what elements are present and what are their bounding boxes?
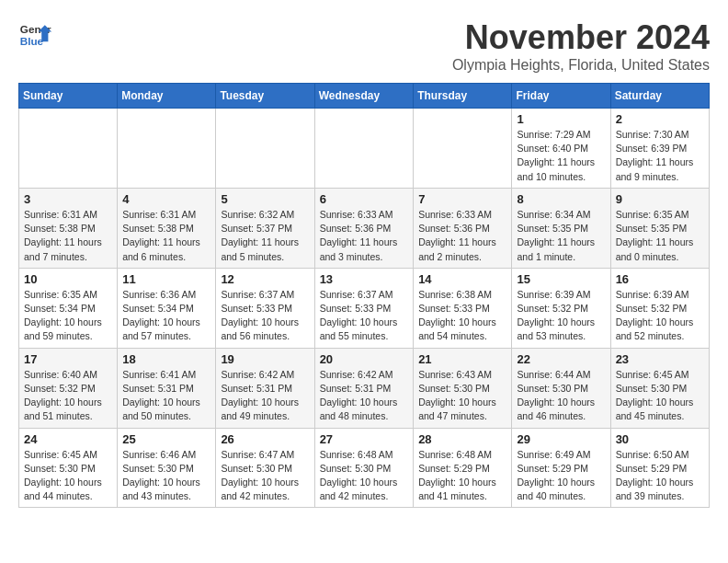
day-info: Sunrise: 6:31 AM Sunset: 5:38 PM Dayligh… bbox=[122, 208, 210, 264]
day-number: 5 bbox=[221, 192, 309, 206]
day-cell: 15Sunrise: 6:39 AM Sunset: 5:32 PM Dayli… bbox=[512, 268, 610, 348]
day-number: 30 bbox=[616, 432, 704, 446]
week-row-2: 3Sunrise: 6:31 AM Sunset: 5:38 PM Daylig… bbox=[19, 188, 710, 268]
day-cell: 11Sunrise: 6:36 AM Sunset: 5:34 PM Dayli… bbox=[118, 268, 216, 348]
day-info: Sunrise: 6:35 AM Sunset: 5:34 PM Dayligh… bbox=[24, 288, 112, 344]
day-number: 17 bbox=[24, 352, 112, 366]
logo: General Blue bbox=[18, 18, 51, 52]
day-info: Sunrise: 6:36 AM Sunset: 5:34 PM Dayligh… bbox=[122, 288, 210, 344]
day-number: 28 bbox=[418, 432, 506, 446]
month-title: November 2024 bbox=[452, 18, 710, 57]
day-cell: 5Sunrise: 6:32 AM Sunset: 5:37 PM Daylig… bbox=[216, 188, 314, 268]
day-cell: 20Sunrise: 6:42 AM Sunset: 5:31 PM Dayli… bbox=[314, 348, 414, 428]
day-cell: 7Sunrise: 6:33 AM Sunset: 5:36 PM Daylig… bbox=[414, 188, 512, 268]
day-cell bbox=[314, 109, 414, 189]
day-number: 14 bbox=[418, 272, 506, 286]
day-cell: 12Sunrise: 6:37 AM Sunset: 5:33 PM Dayli… bbox=[216, 268, 314, 348]
day-number: 26 bbox=[221, 432, 309, 446]
day-info: Sunrise: 6:39 AM Sunset: 5:32 PM Dayligh… bbox=[616, 288, 704, 344]
day-cell bbox=[414, 109, 512, 189]
day-cell: 24Sunrise: 6:45 AM Sunset: 5:30 PM Dayli… bbox=[19, 428, 118, 508]
weekday-header-sunday: Sunday bbox=[19, 84, 118, 109]
day-cell: 9Sunrise: 6:35 AM Sunset: 5:35 PM Daylig… bbox=[610, 188, 709, 268]
day-cell: 22Sunrise: 6:44 AM Sunset: 5:30 PM Dayli… bbox=[512, 348, 610, 428]
day-number: 27 bbox=[320, 432, 409, 446]
day-info: Sunrise: 6:41 AM Sunset: 5:31 PM Dayligh… bbox=[122, 368, 210, 424]
weekday-header-row: SundayMondayTuesdayWednesdayThursdayFrid… bbox=[19, 84, 710, 109]
day-info: Sunrise: 6:48 AM Sunset: 5:29 PM Dayligh… bbox=[418, 448, 506, 504]
weekday-header-thursday: Thursday bbox=[414, 84, 512, 109]
day-cell: 26Sunrise: 6:47 AM Sunset: 5:30 PM Dayli… bbox=[216, 428, 314, 508]
day-info: Sunrise: 6:46 AM Sunset: 5:30 PM Dayligh… bbox=[122, 448, 210, 504]
day-cell: 23Sunrise: 6:45 AM Sunset: 5:30 PM Dayli… bbox=[610, 348, 709, 428]
svg-text:Blue: Blue bbox=[20, 35, 44, 47]
day-number: 29 bbox=[517, 432, 605, 446]
day-info: Sunrise: 6:45 AM Sunset: 5:30 PM Dayligh… bbox=[616, 368, 704, 424]
day-info: Sunrise: 6:42 AM Sunset: 5:31 PM Dayligh… bbox=[320, 368, 409, 424]
day-info: Sunrise: 7:30 AM Sunset: 6:39 PM Dayligh… bbox=[616, 128, 704, 184]
day-number: 11 bbox=[122, 272, 210, 286]
day-info: Sunrise: 6:32 AM Sunset: 5:37 PM Dayligh… bbox=[221, 208, 309, 264]
title-section: November 2024 Olympia Heights, Florida, … bbox=[452, 18, 710, 74]
day-number: 16 bbox=[616, 272, 704, 286]
week-row-5: 24Sunrise: 6:45 AM Sunset: 5:30 PM Dayli… bbox=[19, 428, 710, 508]
day-info: Sunrise: 6:33 AM Sunset: 5:36 PM Dayligh… bbox=[320, 208, 409, 264]
day-cell: 8Sunrise: 6:34 AM Sunset: 5:35 PM Daylig… bbox=[512, 188, 610, 268]
day-info: Sunrise: 6:45 AM Sunset: 5:30 PM Dayligh… bbox=[24, 448, 112, 504]
day-number: 9 bbox=[616, 192, 704, 206]
calendar-table: SundayMondayTuesdayWednesdayThursdayFrid… bbox=[18, 83, 710, 508]
day-number: 20 bbox=[320, 352, 409, 366]
day-info: Sunrise: 6:47 AM Sunset: 5:30 PM Dayligh… bbox=[221, 448, 309, 504]
day-number: 12 bbox=[221, 272, 309, 286]
day-cell: 1Sunrise: 7:29 AM Sunset: 6:40 PM Daylig… bbox=[512, 109, 610, 189]
location-title: Olympia Heights, Florida, United States bbox=[452, 57, 710, 74]
day-cell: 25Sunrise: 6:46 AM Sunset: 5:30 PM Dayli… bbox=[118, 428, 216, 508]
day-info: Sunrise: 6:40 AM Sunset: 5:32 PM Dayligh… bbox=[24, 368, 112, 424]
day-cell: 30Sunrise: 6:50 AM Sunset: 5:29 PM Dayli… bbox=[610, 428, 709, 508]
day-info: Sunrise: 6:50 AM Sunset: 5:29 PM Dayligh… bbox=[616, 448, 704, 504]
page-header: General Blue November 2024 Olympia Heigh… bbox=[18, 18, 710, 74]
day-number: 15 bbox=[517, 272, 605, 286]
day-info: Sunrise: 6:38 AM Sunset: 5:33 PM Dayligh… bbox=[418, 288, 506, 344]
day-info: Sunrise: 6:37 AM Sunset: 5:33 PM Dayligh… bbox=[221, 288, 309, 344]
day-number: 18 bbox=[122, 352, 210, 366]
day-number: 22 bbox=[517, 352, 605, 366]
day-cell: 14Sunrise: 6:38 AM Sunset: 5:33 PM Dayli… bbox=[414, 268, 512, 348]
day-info: Sunrise: 6:31 AM Sunset: 5:38 PM Dayligh… bbox=[24, 208, 112, 264]
day-cell: 21Sunrise: 6:43 AM Sunset: 5:30 PM Dayli… bbox=[414, 348, 512, 428]
day-cell: 19Sunrise: 6:42 AM Sunset: 5:31 PM Dayli… bbox=[216, 348, 314, 428]
day-number: 23 bbox=[616, 352, 704, 366]
day-number: 7 bbox=[418, 192, 506, 206]
day-cell: 3Sunrise: 6:31 AM Sunset: 5:38 PM Daylig… bbox=[19, 188, 118, 268]
day-number: 6 bbox=[320, 192, 409, 206]
day-info: Sunrise: 6:44 AM Sunset: 5:30 PM Dayligh… bbox=[517, 368, 605, 424]
day-cell: 16Sunrise: 6:39 AM Sunset: 5:32 PM Dayli… bbox=[610, 268, 709, 348]
day-number: 1 bbox=[517, 112, 605, 126]
day-cell: 10Sunrise: 6:35 AM Sunset: 5:34 PM Dayli… bbox=[19, 268, 118, 348]
weekday-header-wednesday: Wednesday bbox=[314, 84, 414, 109]
day-number: 21 bbox=[418, 352, 506, 366]
day-info: Sunrise: 6:48 AM Sunset: 5:30 PM Dayligh… bbox=[320, 448, 409, 504]
day-cell: 27Sunrise: 6:48 AM Sunset: 5:30 PM Dayli… bbox=[314, 428, 414, 508]
day-cell bbox=[19, 109, 118, 189]
week-row-3: 10Sunrise: 6:35 AM Sunset: 5:34 PM Dayli… bbox=[19, 268, 710, 348]
day-number: 19 bbox=[221, 352, 309, 366]
day-info: Sunrise: 6:34 AM Sunset: 5:35 PM Dayligh… bbox=[517, 208, 605, 264]
day-info: Sunrise: 6:42 AM Sunset: 5:31 PM Dayligh… bbox=[221, 368, 309, 424]
week-row-1: 1Sunrise: 7:29 AM Sunset: 6:40 PM Daylig… bbox=[19, 109, 710, 189]
day-info: Sunrise: 6:33 AM Sunset: 5:36 PM Dayligh… bbox=[418, 208, 506, 264]
weekday-header-saturday: Saturday bbox=[610, 84, 709, 109]
day-number: 10 bbox=[24, 272, 112, 286]
day-number: 8 bbox=[517, 192, 605, 206]
day-cell: 18Sunrise: 6:41 AM Sunset: 5:31 PM Dayli… bbox=[118, 348, 216, 428]
day-cell: 4Sunrise: 6:31 AM Sunset: 5:38 PM Daylig… bbox=[118, 188, 216, 268]
day-info: Sunrise: 6:43 AM Sunset: 5:30 PM Dayligh… bbox=[418, 368, 506, 424]
weekday-header-friday: Friday bbox=[512, 84, 610, 109]
day-info: Sunrise: 6:35 AM Sunset: 5:35 PM Dayligh… bbox=[616, 208, 704, 264]
day-number: 4 bbox=[122, 192, 210, 206]
day-cell: 28Sunrise: 6:48 AM Sunset: 5:29 PM Dayli… bbox=[414, 428, 512, 508]
day-info: Sunrise: 6:39 AM Sunset: 5:32 PM Dayligh… bbox=[517, 288, 605, 344]
day-cell: 13Sunrise: 6:37 AM Sunset: 5:33 PM Dayli… bbox=[314, 268, 414, 348]
day-info: Sunrise: 6:37 AM Sunset: 5:33 PM Dayligh… bbox=[320, 288, 409, 344]
day-number: 13 bbox=[320, 272, 409, 286]
